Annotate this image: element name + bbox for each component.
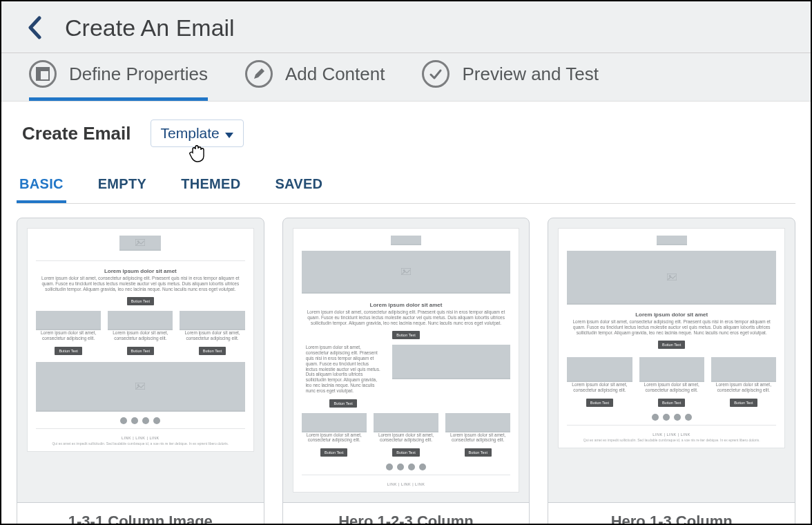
subtab-themed[interactable]: THEMED [178,176,243,203]
template-dropdown[interactable]: Template [151,120,244,147]
svg-point-7 [137,384,139,386]
template-preview: Lorem ipsum dolor sit amet Lorem ipsum d… [548,218,795,502]
template-preview: Lorem ipsum dolor sit amet Lorem ipsum d… [17,218,264,502]
check-icon [422,60,450,88]
chevron-left-icon [27,16,42,39]
template-card-hero-1-2-3[interactable]: Lorem ipsum dolor sit amet Lorem ipsum d… [282,218,530,524]
step-label: Define Properties [69,64,208,85]
subtab-basic[interactable]: BASIC [17,176,66,203]
svg-rect-1 [37,68,49,71]
placeholder-icon [567,251,776,305]
template-label: Hero 1-3 Column [548,502,795,524]
template-card-1-3-1[interactable]: Lorem ipsum dolor sit amet Lorem ipsum d… [17,218,264,524]
template-preview: Lorem ipsum dolor sit amet Lorem ipsum d… [283,218,530,502]
wizard-steps: Define Properties Add Content Preview an… [1,53,811,101]
caret-down-icon [225,125,233,142]
back-button[interactable] [21,14,48,41]
placeholder-icon [302,251,511,294]
svg-marker-3 [225,133,233,138]
template-label: Hero 1-2-3 Column [283,502,530,524]
placeholder-icon [119,236,161,251]
step-add-content[interactable]: Add Content [245,60,385,101]
svg-point-5 [137,240,139,242]
subtab-saved[interactable]: SAVED [272,176,325,203]
svg-rect-2 [37,71,41,80]
template-cards: Lorem ipsum dolor sit amet Lorem ipsum d… [17,218,795,524]
layout-icon [29,60,57,88]
step-preview-test[interactable]: Preview and Test [422,60,599,101]
subtab-empty[interactable]: EMPTY [95,176,149,203]
template-card-hero-1-3[interactable]: Lorem ipsum dolor sit amet Lorem ipsum d… [548,218,795,524]
cursor-icon [188,143,206,166]
pencil-icon [245,60,273,88]
dropdown-label: Template [161,125,220,142]
template-subtabs: BASIC EMPTY THEMED SAVED [17,176,795,204]
svg-point-9 [403,269,405,271]
template-label: 1-3-1 Column Image [17,502,264,524]
step-define-properties[interactable]: Define Properties [29,60,208,101]
section-title: Create Email [22,123,131,144]
step-label: Preview and Test [462,64,599,85]
step-label: Add Content [285,64,385,85]
placeholder-icon [36,362,245,412]
svg-point-11 [668,275,670,277]
page-title: Create An Email [65,15,235,41]
